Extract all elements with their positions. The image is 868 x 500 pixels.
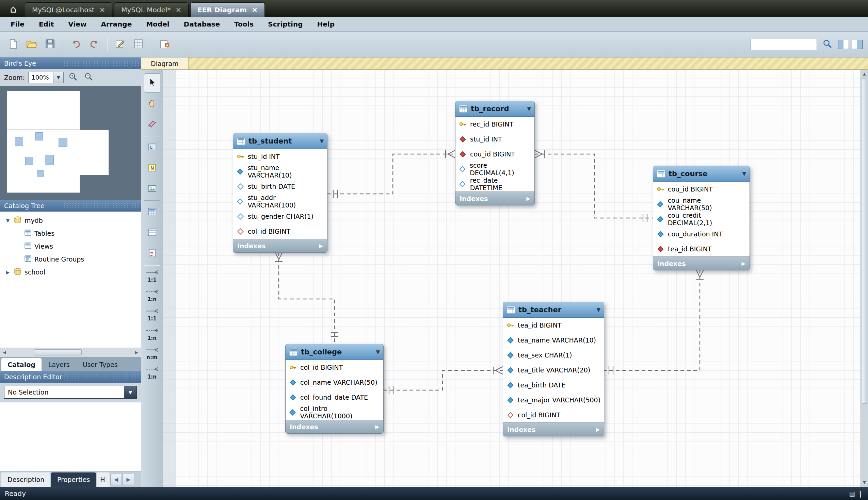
toggle-right-panel-button[interactable] xyxy=(852,40,863,49)
toggle-left-panel-button[interactable] xyxy=(838,40,849,49)
entity-header[interactable]: tb_student▼ xyxy=(233,133,327,149)
expand-arrow-icon[interactable]: ▶ xyxy=(319,243,323,249)
scroll-up-icon[interactable]: ▲ xyxy=(861,72,868,76)
tool-cursor-button[interactable] xyxy=(144,73,160,92)
new-document-button[interactable] xyxy=(5,37,21,52)
expand-arrow-icon[interactable]: ▶ xyxy=(375,424,379,430)
tab-catalog[interactable]: Catalog xyxy=(1,358,42,371)
relationship-tb_record-tb_course[interactable] xyxy=(535,150,653,222)
entity-indexes-bar[interactable]: Indexes▶ xyxy=(233,239,327,252)
column-rec_date[interactable]: rec_date DATETIME xyxy=(455,177,534,192)
column-tea_birth[interactable]: tea_birth DATE xyxy=(503,377,604,393)
rel-tool-1-1-2-button[interactable]: 1:1 xyxy=(143,306,161,324)
tree-item-views[interactable]: Views xyxy=(0,240,141,253)
column-col_intro[interactable]: col_intro VARCHAR(1000) xyxy=(286,405,383,420)
open-model-button[interactable] xyxy=(24,37,40,52)
tool-table-button[interactable] xyxy=(144,203,160,222)
entity-header[interactable]: tb_course▼ xyxy=(653,166,749,182)
output-panel-icon[interactable]: ▤ xyxy=(849,490,855,497)
tool-hand-button[interactable] xyxy=(144,94,160,113)
tree-item-tables[interactable]: Tables xyxy=(0,227,141,240)
redo-button[interactable] xyxy=(87,37,102,52)
column-tea_major[interactable]: tea_major VARCHAR(500) xyxy=(503,393,604,408)
relationship-tb_course-tb_teacher[interactable] xyxy=(604,270,704,375)
chevron-down-icon[interactable]: ▼ xyxy=(124,386,136,398)
tab-layers[interactable]: Layers xyxy=(42,358,76,371)
selection-dropdown[interactable]: No Selection ▼ xyxy=(4,386,137,399)
menu-model[interactable]: Model xyxy=(139,20,176,28)
search-input[interactable] xyxy=(750,39,817,50)
tab-user-types[interactable]: User Types xyxy=(77,358,124,371)
diagram-canvas[interactable]: tb_student▼stu_id INTstu_name VARCHAR(10… xyxy=(163,70,860,487)
expand-arrow-icon[interactable]: ▶ xyxy=(526,196,530,202)
tree-item-mydb[interactable]: ▼ mydb xyxy=(0,214,141,227)
column-rec_id[interactable]: rec_id BIGINT xyxy=(455,117,534,132)
scroll-right-icon[interactable]: ▶ xyxy=(132,350,141,355)
zoom-select[interactable]: 100% ▼ xyxy=(28,72,64,83)
entity-indexes-bar[interactable]: Indexes▶ xyxy=(503,422,604,436)
tab-eer-diagram[interactable]: EER Diagram × xyxy=(190,2,265,17)
menu-view[interactable]: View xyxy=(61,20,93,28)
catalog-horizontal-scrollbar[interactable]: ◀ ▶ xyxy=(0,348,141,357)
column-stu_name[interactable]: stu_name VARCHAR(10) xyxy=(233,164,327,179)
rel-tool-1-n-5-button[interactable]: 1:n xyxy=(143,364,161,382)
column-tea_sex[interactable]: tea_sex CHAR(1) xyxy=(503,348,604,363)
expand-arrow-icon[interactable]: ▶ xyxy=(742,261,745,267)
tab-description[interactable]: Description xyxy=(1,473,51,487)
collapse-arrow-icon[interactable]: ▼ xyxy=(597,307,600,313)
new-diagram-tab-button[interactable] xyxy=(157,37,172,52)
menu-tools[interactable]: Tools xyxy=(227,20,261,28)
column-col_name[interactable]: col_name VARCHAR(50) xyxy=(286,375,383,390)
menu-file[interactable]: File xyxy=(3,20,32,28)
collapse-arrow-icon[interactable]: ▼ xyxy=(742,171,746,177)
column-col_id[interactable]: col_id BIGINT xyxy=(286,360,383,375)
collapse-arrow-icon[interactable]: ▶ xyxy=(5,270,11,275)
column-cou_name[interactable]: cou_name VARCHAR(50) xyxy=(653,196,749,212)
close-icon[interactable]: × xyxy=(175,6,181,14)
close-icon[interactable]: × xyxy=(252,6,258,14)
menu-arrange[interactable]: Arrange xyxy=(93,20,139,28)
collapse-arrow-icon[interactable]: ▼ xyxy=(527,106,531,112)
scrollbar-thumb[interactable] xyxy=(34,349,82,355)
tab-scroll-right-button[interactable]: ▶ xyxy=(123,474,134,485)
column-score[interactable]: score DECIMAL(4,1) xyxy=(455,161,534,177)
entity-tb_college[interactable]: tb_college▼col_id BIGINTcol_name VARCHAR… xyxy=(285,344,383,434)
entity-header[interactable]: tb_college▼ xyxy=(286,344,383,360)
tool-layer-button[interactable]: L xyxy=(144,138,160,157)
column-stu_birth[interactable]: stu_birth DATE xyxy=(233,179,327,194)
column-stu_gender[interactable]: stu_gender CHAR(1) xyxy=(233,209,327,224)
column-cou_duration[interactable]: cou_duration INT xyxy=(653,227,749,241)
export-diagram-button[interactable] xyxy=(112,37,128,52)
entity-tb_course[interactable]: tb_course▼cou_id BIGINTcou_name VARCHAR(… xyxy=(653,166,750,270)
undo-button[interactable] xyxy=(68,37,84,52)
save-model-button[interactable] xyxy=(42,37,58,52)
relationship-tb_student-tb_record[interactable] xyxy=(327,150,455,198)
rel-tool-1-n-1-button[interactable]: 1:n xyxy=(143,286,161,305)
home-button[interactable]: ⌂ xyxy=(3,2,23,17)
column-tea_title[interactable]: tea_title VARCHAR(20) xyxy=(503,363,604,377)
column-stu_addr[interactable]: stu_addr VARCHAR(100) xyxy=(233,194,327,209)
relationship-tb_college-tb_teacher[interactable] xyxy=(383,367,503,394)
entity-header[interactable]: tb_record▼ xyxy=(455,101,534,117)
column-col_found_date[interactable]: col_found_date DATE xyxy=(286,390,383,405)
expand-arrow-icon[interactable]: ▼ xyxy=(5,218,11,223)
collapse-arrow-icon[interactable]: ▼ xyxy=(320,138,324,144)
tool-image-button[interactable] xyxy=(144,180,160,198)
tool-note-button[interactable]: N xyxy=(144,159,160,178)
tool-view-button[interactable] xyxy=(144,224,160,242)
canvas-vertical-scrollbar[interactable]: ▲ ▼ xyxy=(860,70,868,487)
column-cou_id[interactable]: cou_id BIGINT xyxy=(653,182,749,196)
menu-scripting[interactable]: Scripting xyxy=(261,20,310,28)
minimap-viewport[interactable] xyxy=(7,129,109,175)
tree-item-routine-groups[interactable]: Routine Groups xyxy=(0,253,141,266)
entity-tb_record[interactable]: tb_record▼rec_id BIGINTstu_id INTcou_id … xyxy=(455,101,535,205)
column-cou_id[interactable]: cou_id BIGINT xyxy=(455,147,534,161)
column-stu_id[interactable]: stu_id INT xyxy=(233,149,327,164)
rel-tool-n-m-4-button[interactable]: n:m xyxy=(143,344,161,363)
tree-item-school[interactable]: ▶ school xyxy=(0,266,141,279)
column-stu_id[interactable]: stu_id INT xyxy=(455,132,534,147)
grid-options-button[interactable] xyxy=(131,37,146,52)
chevron-down-icon[interactable]: ▼ xyxy=(53,72,63,83)
zoom-in-button[interactable] xyxy=(67,71,79,84)
entity-header[interactable]: tb_teacher▼ xyxy=(503,302,604,318)
